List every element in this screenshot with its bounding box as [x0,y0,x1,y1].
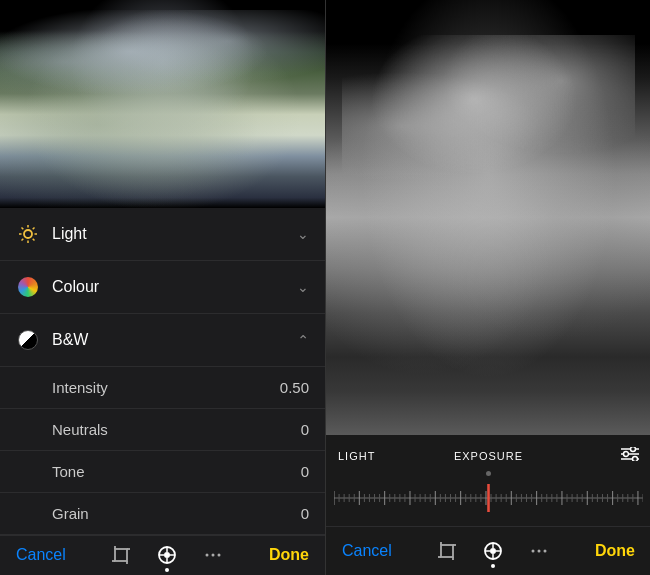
svg-line-8 [22,239,24,241]
menu-item-bw-label: B&W [52,331,297,349]
sub-item-grain[interactable]: Grain 0 [0,493,325,535]
sub-item-neutrals[interactable]: Neutrals 0 [0,409,325,451]
slider-area: LIGHT EXPOSURE // Gene [326,435,650,526]
left-photo [0,0,325,208]
svg-point-20 [206,554,209,557]
svg-point-28 [633,456,638,461]
left-toolbar-icons [108,542,226,568]
left-cancel-button[interactable]: Cancel [16,546,66,564]
slider-dot-row [326,469,650,478]
svg-line-7 [33,227,35,229]
right-crop-button[interactable] [434,538,460,564]
right-toolbar-icons [434,538,552,564]
svg-rect-92 [441,545,453,557]
svg-point-0 [24,230,32,238]
menu-item-light[interactable]: Light ⌄ [0,208,325,261]
right-cancel-button[interactable]: Cancel [342,542,392,560]
slider-labels: LIGHT EXPOSURE [326,443,650,469]
svg-point-104 [538,549,541,552]
svg-point-98 [490,548,496,554]
right-done-button[interactable]: Done [595,542,635,560]
svg-point-105 [544,549,547,552]
left-done-button[interactable]: Done [269,546,309,564]
chevron-up-icon: ⌄ [297,332,309,348]
svg-point-26 [631,447,636,452]
slider-exposure-label: EXPOSURE [454,450,523,462]
svg-point-27 [624,451,629,456]
right-toolbar: Cancel [326,526,650,575]
slider-track[interactable]: // Generate tick marks for(let i=0; i<60… [326,478,650,518]
menu-item-light-label: Light [52,225,297,243]
right-photo [326,0,650,435]
crop-button[interactable] [108,542,134,568]
svg-point-103 [532,549,535,552]
sub-item-tone[interactable]: Tone 0 [0,451,325,493]
grain-value: 0 [301,505,309,522]
tone-value: 0 [301,463,309,480]
menu-list: Light ⌄ Colour ⌄ B&W ⌄ Intensity 0.50 Ne… [0,208,325,535]
neutrals-label: Neutrals [52,421,301,438]
intensity-value: 0.50 [280,379,309,396]
chevron-down-icon: ⌄ [297,226,309,242]
slider-light-label: LIGHT [338,450,375,462]
menu-item-bw[interactable]: B&W ⌄ [0,314,325,367]
left-toolbar: Cancel [0,535,325,575]
sun-icon [16,222,40,246]
svg-rect-9 [115,549,127,561]
colour-icon [16,275,40,299]
svg-point-15 [164,552,170,558]
intensity-label: Intensity [52,379,280,396]
svg-line-5 [22,227,24,229]
grain-label: Grain [52,505,301,522]
svg-point-21 [212,554,215,557]
bw-icon [16,328,40,352]
left-panel: Light ⌄ Colour ⌄ B&W ⌄ Intensity 0.50 Ne… [0,0,325,575]
svg-line-6 [33,239,35,241]
tone-label: Tone [52,463,301,480]
filter-button[interactable] [154,542,180,568]
right-filter-button[interactable] [480,538,506,564]
slider-menu-icon[interactable] [621,447,639,465]
sub-item-intensity[interactable]: Intensity 0.50 [0,367,325,409]
menu-item-colour[interactable]: Colour ⌄ [0,261,325,314]
menu-item-colour-label: Colour [52,278,297,296]
chevron-down-icon-2: ⌄ [297,279,309,295]
svg-point-22 [218,554,221,557]
right-panel: LIGHT EXPOSURE // Gene [326,0,650,575]
neutrals-value: 0 [301,421,309,438]
right-more-button[interactable] [526,538,552,564]
more-button[interactable] [200,542,226,568]
slider-dot [486,471,491,476]
